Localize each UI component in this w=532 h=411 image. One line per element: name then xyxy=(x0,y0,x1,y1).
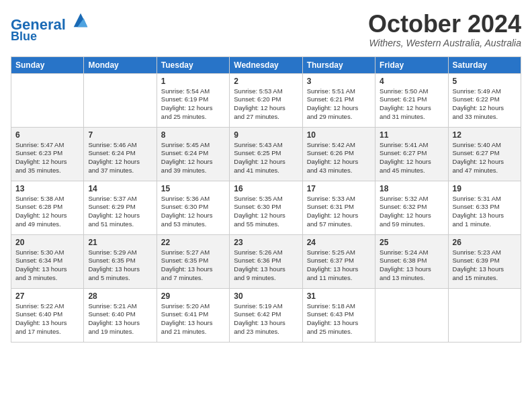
day-info: Sunrise: 5:40 AM Sunset: 6:27 PM Dayligh… xyxy=(453,141,517,175)
calendar-cell: 26Sunrise: 5:23 AM Sunset: 6:39 PM Dayli… xyxy=(448,234,521,288)
day-number: 23 xyxy=(234,238,298,247)
day-info: Sunrise: 5:21 AM Sunset: 6:40 PM Dayligh… xyxy=(88,302,152,336)
header-row: SundayMondayTuesdayWednesdayThursdayFrid… xyxy=(11,56,521,73)
day-number: 20 xyxy=(15,238,79,247)
day-info: Sunrise: 5:37 AM Sunset: 6:29 PM Dayligh… xyxy=(88,195,152,229)
day-info: Sunrise: 5:43 AM Sunset: 6:25 PM Dayligh… xyxy=(234,141,298,175)
calendar-cell: 6Sunrise: 5:47 AM Sunset: 6:23 PM Daylig… xyxy=(11,127,84,181)
calendar-cell: 20Sunrise: 5:30 AM Sunset: 6:34 PM Dayli… xyxy=(11,234,84,288)
location-subtitle: Withers, Western Australia, Australia xyxy=(368,38,521,48)
calendar-cell: 23Sunrise: 5:26 AM Sunset: 6:36 PM Dayli… xyxy=(230,234,302,288)
calendar-cell: 16Sunrise: 5:35 AM Sunset: 6:30 PM Dayli… xyxy=(230,181,302,234)
day-number: 3 xyxy=(307,77,371,86)
day-number: 26 xyxy=(453,238,517,247)
calendar-week-2: 6Sunrise: 5:47 AM Sunset: 6:23 PM Daylig… xyxy=(11,127,521,181)
calendar-cell: 14Sunrise: 5:37 AM Sunset: 6:29 PM Dayli… xyxy=(84,181,157,234)
calendar-cell: 11Sunrise: 5:41 AM Sunset: 6:27 PM Dayli… xyxy=(375,127,448,181)
day-info: Sunrise: 5:25 AM Sunset: 6:37 PM Dayligh… xyxy=(307,248,371,283)
day-info: Sunrise: 5:50 AM Sunset: 6:21 PM Dayligh… xyxy=(380,87,443,122)
calendar-cell: 21Sunrise: 5:29 AM Sunset: 6:35 PM Dayli… xyxy=(84,234,157,288)
day-number: 24 xyxy=(307,238,371,247)
day-number: 28 xyxy=(88,291,152,301)
calendar-week-4: 20Sunrise: 5:30 AM Sunset: 6:34 PM Dayli… xyxy=(11,234,521,288)
calendar-week-3: 13Sunrise: 5:38 AM Sunset: 6:28 PM Dayli… xyxy=(11,181,521,234)
day-info: Sunrise: 5:49 AM Sunset: 6:22 PM Dayligh… xyxy=(453,87,517,122)
day-info: Sunrise: 5:23 AM Sunset: 6:39 PM Dayligh… xyxy=(453,248,517,283)
day-number: 12 xyxy=(453,130,517,140)
calendar-week-1: 1Sunrise: 5:54 AM Sunset: 6:19 PM Daylig… xyxy=(11,73,521,127)
day-info: Sunrise: 5:26 AM Sunset: 6:36 PM Dayligh… xyxy=(234,248,298,283)
day-number: 6 xyxy=(15,130,79,140)
day-number: 11 xyxy=(380,130,443,140)
day-info: Sunrise: 5:47 AM Sunset: 6:23 PM Dayligh… xyxy=(15,141,79,175)
day-number: 18 xyxy=(380,184,443,193)
calendar-week-5: 27Sunrise: 5:22 AM Sunset: 6:40 PM Dayli… xyxy=(11,288,521,342)
weekday-header-tuesday: Tuesday xyxy=(157,56,229,73)
day-number: 7 xyxy=(88,130,152,140)
day-info: Sunrise: 5:38 AM Sunset: 6:28 PM Dayligh… xyxy=(15,195,79,229)
calendar-cell xyxy=(11,73,84,127)
day-number: 9 xyxy=(234,130,298,140)
calendar-cell: 19Sunrise: 5:31 AM Sunset: 6:33 PM Dayli… xyxy=(448,181,521,234)
calendar-cell: 29Sunrise: 5:20 AM Sunset: 6:41 PM Dayli… xyxy=(157,288,229,342)
day-info: Sunrise: 5:31 AM Sunset: 6:33 PM Dayligh… xyxy=(453,195,517,229)
day-info: Sunrise: 5:24 AM Sunset: 6:38 PM Dayligh… xyxy=(380,248,443,283)
day-number: 13 xyxy=(15,184,79,193)
day-number: 25 xyxy=(380,238,443,247)
calendar-cell: 10Sunrise: 5:42 AM Sunset: 6:26 PM Dayli… xyxy=(302,127,375,181)
day-info: Sunrise: 5:22 AM Sunset: 6:40 PM Dayligh… xyxy=(15,302,79,336)
day-number: 31 xyxy=(307,291,371,301)
day-number: 19 xyxy=(453,184,517,193)
day-info: Sunrise: 5:46 AM Sunset: 6:24 PM Dayligh… xyxy=(88,141,152,175)
calendar-cell: 24Sunrise: 5:25 AM Sunset: 6:37 PM Dayli… xyxy=(302,234,375,288)
day-info: Sunrise: 5:20 AM Sunset: 6:41 PM Dayligh… xyxy=(161,302,225,336)
calendar-cell xyxy=(84,73,157,127)
calendar-table: SundayMondayTuesdayWednesdayThursdayFrid… xyxy=(11,56,521,342)
day-number: 22 xyxy=(161,238,225,247)
calendar-cell: 15Sunrise: 5:36 AM Sunset: 6:30 PM Dayli… xyxy=(157,181,229,234)
day-number: 30 xyxy=(234,291,298,301)
day-info: Sunrise: 5:29 AM Sunset: 6:35 PM Dayligh… xyxy=(88,248,152,283)
day-number: 27 xyxy=(15,291,79,301)
day-number: 2 xyxy=(234,77,298,86)
day-info: Sunrise: 5:42 AM Sunset: 6:26 PM Dayligh… xyxy=(307,141,371,175)
calendar-cell: 9Sunrise: 5:43 AM Sunset: 6:25 PM Daylig… xyxy=(230,127,302,181)
calendar-body: 1Sunrise: 5:54 AM Sunset: 6:19 PM Daylig… xyxy=(11,73,521,342)
day-number: 14 xyxy=(88,184,152,193)
weekday-header-sunday: Sunday xyxy=(11,56,84,73)
weekday-header-saturday: Saturday xyxy=(448,56,521,73)
calendar-cell: 25Sunrise: 5:24 AM Sunset: 6:38 PM Dayli… xyxy=(375,234,448,288)
calendar-cell: 2Sunrise: 5:53 AM Sunset: 6:20 PM Daylig… xyxy=(230,73,302,127)
calendar-cell: 31Sunrise: 5:18 AM Sunset: 6:43 PM Dayli… xyxy=(302,288,375,342)
day-number: 29 xyxy=(161,291,225,301)
calendar-cell: 8Sunrise: 5:45 AM Sunset: 6:24 PM Daylig… xyxy=(157,127,229,181)
calendar-cell xyxy=(448,288,521,342)
calendar-cell: 30Sunrise: 5:19 AM Sunset: 6:42 PM Dayli… xyxy=(230,288,302,342)
calendar-cell: 17Sunrise: 5:33 AM Sunset: 6:31 PM Dayli… xyxy=(302,181,375,234)
page-header: General Blue October 2024 Withers, Weste… xyxy=(11,11,521,48)
calendar-cell: 7Sunrise: 5:46 AM Sunset: 6:24 PM Daylig… xyxy=(84,127,157,181)
day-info: Sunrise: 5:19 AM Sunset: 6:42 PM Dayligh… xyxy=(234,302,298,336)
day-info: Sunrise: 5:33 AM Sunset: 6:31 PM Dayligh… xyxy=(307,195,371,229)
calendar-header: SundayMondayTuesdayWednesdayThursdayFrid… xyxy=(11,56,521,73)
day-info: Sunrise: 5:54 AM Sunset: 6:19 PM Dayligh… xyxy=(161,87,225,122)
calendar-cell: 22Sunrise: 5:27 AM Sunset: 6:35 PM Dayli… xyxy=(157,234,229,288)
title-block: October 2024 Withers, Western Australia,… xyxy=(368,11,521,48)
calendar-cell: 3Sunrise: 5:51 AM Sunset: 6:21 PM Daylig… xyxy=(302,73,375,127)
day-number: 8 xyxy=(161,130,225,140)
weekday-header-thursday: Thursday xyxy=(302,56,375,73)
day-info: Sunrise: 5:53 AM Sunset: 6:20 PM Dayligh… xyxy=(234,87,298,122)
day-number: 1 xyxy=(161,77,225,86)
day-number: 15 xyxy=(161,184,225,193)
day-info: Sunrise: 5:45 AM Sunset: 6:24 PM Dayligh… xyxy=(161,141,225,175)
weekday-header-wednesday: Wednesday xyxy=(230,56,302,73)
day-info: Sunrise: 5:18 AM Sunset: 6:43 PM Dayligh… xyxy=(307,302,371,336)
day-number: 10 xyxy=(307,130,371,140)
day-info: Sunrise: 5:36 AM Sunset: 6:30 PM Dayligh… xyxy=(161,195,225,229)
day-number: 5 xyxy=(453,77,517,86)
calendar-cell: 1Sunrise: 5:54 AM Sunset: 6:19 PM Daylig… xyxy=(157,73,229,127)
weekday-header-monday: Monday xyxy=(84,56,157,73)
day-info: Sunrise: 5:27 AM Sunset: 6:35 PM Dayligh… xyxy=(161,248,225,283)
calendar-cell: 4Sunrise: 5:50 AM Sunset: 6:21 PM Daylig… xyxy=(375,73,448,127)
day-number: 17 xyxy=(307,184,371,193)
